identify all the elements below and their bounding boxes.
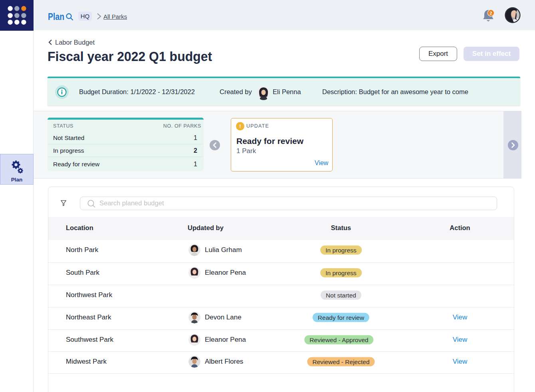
svg-text:2: 2 xyxy=(489,11,492,16)
